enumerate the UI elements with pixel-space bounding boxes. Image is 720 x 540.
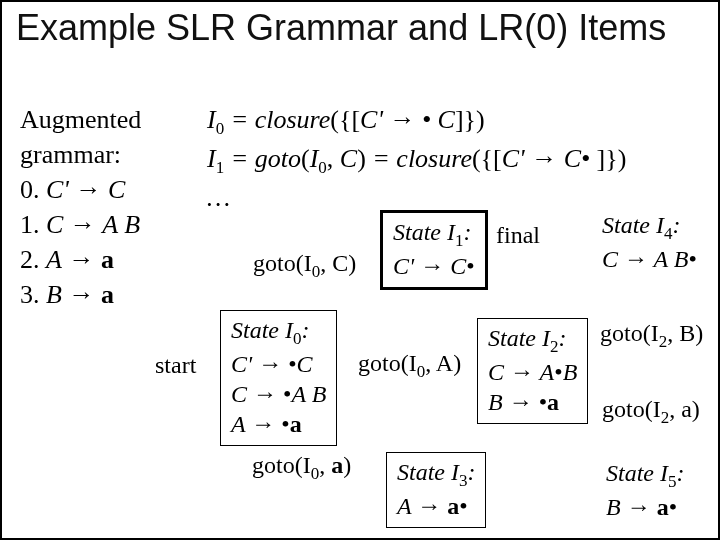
start-label: start bbox=[155, 352, 196, 379]
state-i0-item-3: A → •a bbox=[231, 409, 326, 439]
final-label: final bbox=[496, 222, 540, 249]
state-i4-item: C → A B• bbox=[602, 244, 697, 274]
goto-i2-a-label: goto(I2, a) bbox=[602, 396, 700, 428]
grammar-rule-3: 3. B → a bbox=[20, 277, 141, 312]
state-i4: State I4: C → A B• bbox=[602, 210, 697, 274]
grammar-heading: Augmentedgrammar: bbox=[20, 102, 141, 172]
closure-line-2: I1 = goto(I0, C) = closure({[C' → C• ]}) bbox=[207, 141, 626, 180]
state-i3-title: State I3: bbox=[397, 457, 475, 491]
state-i2-title: State I2: bbox=[488, 323, 577, 357]
state-i0-title: State I0: bbox=[231, 315, 326, 349]
state-i2-item-1: C → A•B bbox=[488, 357, 577, 387]
state-i5-item: B → a• bbox=[606, 492, 684, 522]
state-i5: State I5: B → a• bbox=[606, 458, 684, 522]
goto-i0-a2-label: goto(I0, a) bbox=[252, 452, 351, 484]
state-i1: State I1: C' → C• bbox=[380, 210, 488, 290]
state-i3-item: A → a• bbox=[397, 491, 475, 521]
state-i1-item: C' → C• bbox=[393, 251, 475, 281]
slide: Example SLR Grammar and LR(0) Items Augm… bbox=[0, 0, 720, 540]
state-i2-item-2: B → •a bbox=[488, 387, 577, 417]
closure-line-1: I0 = closure({[C' → • C]}) bbox=[207, 102, 626, 141]
state-i0-item-1: C' → •C bbox=[231, 349, 326, 379]
state-i1-title: State I1: bbox=[393, 217, 475, 251]
state-i2: State I2: C → A•B B → •a bbox=[477, 318, 588, 424]
goto-i0-c-label: goto(I0, C) bbox=[253, 250, 356, 282]
grammar-rule-1: 1. C → A B bbox=[20, 207, 141, 242]
state-i3: State I3: A → a• bbox=[386, 452, 486, 528]
grammar-rule-2: 2. A → a bbox=[20, 242, 141, 277]
grammar-block: Augmentedgrammar: 0. C' → C 1. C → A B 2… bbox=[20, 102, 141, 313]
closure-block: I0 = closure({[C' → • C]}) I1 = goto(I0,… bbox=[207, 102, 626, 215]
slide-title: Example SLR Grammar and LR(0) Items bbox=[16, 8, 666, 48]
state-i5-title: State I5: bbox=[606, 458, 684, 492]
state-i4-title: State I4: bbox=[602, 210, 697, 244]
goto-i2-b-label: goto(I2, B) bbox=[600, 320, 703, 352]
grammar-rule-0: 0. C' → C bbox=[20, 172, 141, 207]
state-i0: State I0: C' → •C C → •A B A → •a bbox=[220, 310, 337, 446]
state-i0-item-2: C → •A B bbox=[231, 379, 326, 409]
goto-i0-a-label: goto(I0, A) bbox=[358, 350, 461, 382]
